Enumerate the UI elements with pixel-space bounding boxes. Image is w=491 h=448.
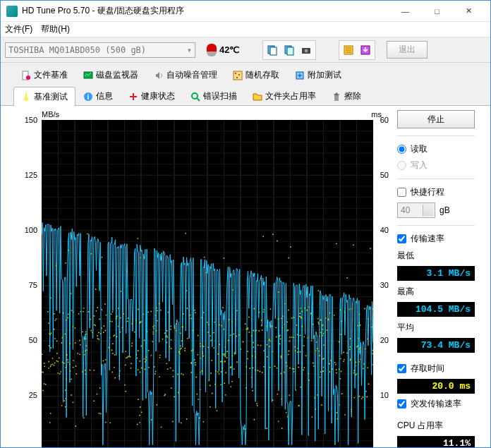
tab-disk-monitor[interactable]: 磁盘监视器 [75, 66, 146, 84]
tab-label: 健康状态 [141, 90, 175, 102]
svg-point-491 [174, 396, 175, 398]
svg-point-693 [140, 322, 141, 323]
y-tick-r-60: 60 [380, 116, 389, 124]
tab-extra-tests[interactable]: 附加测试 [287, 66, 349, 84]
tab-folder-usage[interactable]: 文件夹占用率 [245, 87, 324, 105]
svg-point-279 [365, 349, 366, 350]
svg-point-181 [54, 362, 56, 363]
menu-help[interactable]: 帮助(H) [41, 23, 70, 35]
copy-text-button[interactable] [281, 42, 297, 58]
tab-aam[interactable]: 自动噪音管理 [146, 66, 225, 84]
svg-point-164 [141, 411, 143, 413]
svg-point-691 [195, 362, 196, 363]
transfer-rate-row[interactable]: 传输速率 [397, 233, 475, 245]
svg-point-266 [131, 363, 132, 365]
svg-point-361 [67, 359, 68, 361]
svg-point-374 [165, 336, 166, 337]
svg-point-90 [350, 360, 351, 361]
svg-point-440 [301, 317, 302, 318]
svg-point-326 [281, 428, 283, 429]
svg-point-274 [106, 315, 107, 316]
block-size-spinner[interactable]: 40 [397, 202, 435, 218]
cpu-label: CPU 占用率 [397, 420, 475, 432]
burst-rate-checkbox[interactable] [397, 399, 406, 408]
svg-point-210 [262, 372, 263, 373]
tab-file-benchmark[interactable]: 文件基准 [13, 66, 75, 84]
svg-point-475 [67, 317, 68, 318]
svg-point-568 [68, 250, 69, 251]
svg-point-427 [260, 371, 261, 373]
read-radio[interactable] [397, 145, 406, 154]
screenshot-button[interactable] [298, 42, 314, 58]
svg-point-719 [57, 361, 59, 363]
svg-point-531 [289, 341, 291, 342]
maximize-button[interactable]: □ [421, 1, 453, 21]
short-stroke-checkbox[interactable] [397, 188, 406, 197]
tab-info[interactable]: i信息 [75, 87, 121, 105]
svg-point-439 [73, 326, 74, 327]
svg-point-517 [246, 387, 247, 389]
tab-benchmark[interactable]: 基准测试 [13, 87, 75, 106]
svg-point-703 [49, 422, 51, 423]
close-button[interactable]: ✕ [453, 1, 485, 21]
svg-point-550 [178, 392, 179, 394]
svg-point-145 [220, 384, 222, 385]
minimize-button[interactable]: — [389, 1, 421, 21]
tab-error-scan[interactable]: 错误扫描 [183, 87, 245, 105]
write-radio [397, 161, 406, 170]
svg-point-542 [65, 334, 66, 335]
svg-point-501 [351, 308, 352, 310]
exit-button[interactable]: 退出 [387, 41, 428, 59]
drive-select[interactable]: TOSHIBA MQ01ABD050 (500 gB) [5, 42, 195, 58]
transfer-rate-checkbox[interactable] [397, 234, 406, 243]
svg-point-349 [54, 313, 55, 315]
svg-point-564 [101, 327, 102, 329]
short-stroke-row[interactable]: 快捷行程 [397, 186, 475, 198]
svg-point-512 [214, 322, 215, 323]
svg-point-708 [94, 324, 95, 325]
options-button[interactable] [341, 42, 356, 58]
svg-point-421 [139, 361, 140, 362]
svg-point-299 [103, 325, 104, 327]
svg-point-400 [187, 338, 188, 339]
svg-point-98 [282, 327, 284, 329]
svg-point-665 [306, 310, 308, 311]
access-time-row[interactable]: 存取时间 [397, 363, 475, 375]
side-panel: 停止 读取 写入 快捷行程 40 gB 传输速率 最低 3.1 MB/s 最高 … [390, 110, 475, 448]
avg-label: 平均 [397, 322, 475, 334]
tab-erase[interactable]: 擦除 [324, 87, 369, 105]
cpu-value: 11.1% [397, 436, 475, 448]
tab-random-access[interactable]: 随机存取 [225, 66, 287, 84]
copy-info-button[interactable] [265, 42, 280, 58]
svg-point-615 [266, 325, 267, 327]
svg-point-153 [123, 313, 124, 315]
svg-point-593 [120, 317, 121, 318]
tab-label: 错误扫描 [203, 90, 237, 102]
svg-point-97 [127, 357, 128, 358]
menu-file[interactable]: 文件(F) [5, 23, 32, 35]
svg-point-681 [93, 400, 95, 401]
svg-point-188 [343, 361, 344, 362]
svg-point-515 [304, 308, 305, 309]
burst-rate-row[interactable]: 突发传输速率 [397, 398, 475, 410]
stop-button[interactable]: 停止 [397, 110, 475, 128]
svg-point-91 [234, 352, 236, 353]
svg-point-498 [114, 367, 115, 368]
tab-health[interactable]: 健康状态 [121, 87, 183, 105]
svg-point-246 [253, 330, 255, 332]
svg-point-547 [329, 371, 331, 373]
read-radio-row[interactable]: 读取 [397, 143, 475, 155]
tab-label: 随机存取 [246, 69, 279, 81]
svg-point-224 [45, 384, 47, 385]
access-time-checkbox[interactable] [397, 364, 406, 373]
svg-point-502 [300, 387, 301, 388]
svg-point-611 [259, 312, 260, 313]
svg-point-375 [323, 366, 325, 368]
svg-point-174 [358, 361, 360, 363]
save-button[interactable] [358, 42, 373, 58]
svg-point-362 [341, 393, 343, 394]
svg-point-624 [322, 370, 324, 372]
svg-point-562 [358, 351, 360, 353]
svg-point-481 [286, 365, 288, 367]
svg-point-528 [287, 329, 289, 331]
